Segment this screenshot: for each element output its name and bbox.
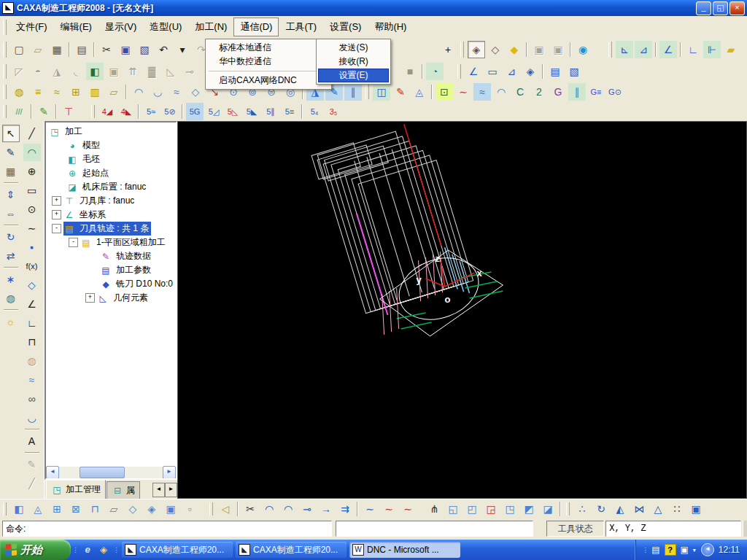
sheet-fold-3-icon[interactable]: ◲ xyxy=(482,500,500,518)
tree-row[interactable]: +∠坐标系 xyxy=(46,208,176,222)
query-result-icon[interactable]: ▧ xyxy=(565,63,583,80)
machine-sim-icon[interactable]: 2 xyxy=(530,83,548,101)
layer-settings-icon[interactable]: ▦ xyxy=(2,163,20,180)
explorer-quicklaunch-icon[interactable]: ◈ xyxy=(97,543,110,556)
surface-rough-3-icon[interactable]: ≈ xyxy=(168,83,185,101)
sketch-edit-icon[interactable]: ✎ xyxy=(2,144,20,161)
fan-surface-icon[interactable]: ◠ xyxy=(492,83,510,101)
gcode-list-icon[interactable]: G≡ xyxy=(587,83,605,101)
tree-row[interactable]: ◳加工 xyxy=(46,125,176,139)
mill-layers-icon[interactable]: ≡ xyxy=(29,83,47,101)
coord-lines-icon[interactable]: ⊩ xyxy=(703,41,721,58)
measure-entity-icon[interactable]: ◈ xyxy=(522,63,539,80)
five-axis-5-icon[interactable]: 5◣ xyxy=(243,103,260,120)
menu-item-huazhong-nc-comm[interactable]: 华中数控通信▶ xyxy=(207,55,330,69)
curve-fit-3-icon[interactable]: ∼ xyxy=(399,500,417,518)
mirror-copy-icon[interactable]: ⇄ xyxy=(2,247,20,265)
tree-row[interactable]: +◺几何元素 xyxy=(46,291,176,305)
menu-edit[interactable]: 编辑(E) xyxy=(54,18,98,36)
line-tool-icon[interactable]: ╱ xyxy=(23,125,41,142)
sheet-fold-5-icon[interactable]: ◩ xyxy=(520,500,538,518)
g01-check-icon[interactable]: G xyxy=(549,83,567,101)
five-axis-6-icon[interactable]: 5∥ xyxy=(262,103,279,120)
menu-help[interactable]: 帮助(H) xyxy=(368,18,413,36)
trim-3-icon[interactable]: ∥ xyxy=(344,83,362,101)
axis-tool-icon[interactable]: ∠ xyxy=(23,295,41,313)
three-to-five-icon[interactable]: 3₅ xyxy=(325,103,342,120)
stretch-v-icon[interactable]: ⇕ xyxy=(2,186,20,203)
mirror-entity-icon[interactable]: ⋈ xyxy=(630,500,648,518)
surface-rough-4-icon[interactable]: ◇ xyxy=(187,83,204,101)
arc-tool-icon[interactable]: ◠ xyxy=(23,144,41,161)
array-grid-icon[interactable]: ∷ xyxy=(668,500,686,518)
close-button[interactable]: × xyxy=(729,1,745,15)
sheet-fold-1-icon[interactable]: ◱ xyxy=(444,500,462,518)
coord-plane-icon[interactable]: ▰ xyxy=(722,41,740,58)
text-tool-icon[interactable]: A xyxy=(23,432,41,450)
coord-view-icon[interactable]: ∠ xyxy=(659,41,677,58)
scroll-thumb[interactable] xyxy=(80,467,125,478)
command-input[interactable]: 命令: xyxy=(2,521,332,537)
chain-3-icon[interactable]: ⇉ xyxy=(336,500,354,518)
formula-curve-icon[interactable]: f(x) xyxy=(23,257,41,275)
tray-expand-icon[interactable]: ▾ xyxy=(693,547,696,553)
restore-button[interactable]: ◱ xyxy=(713,1,728,15)
menu-item-comm-settings[interactable]: 设置(E) xyxy=(318,69,389,82)
rotate-entity-icon[interactable]: ◔ xyxy=(426,63,444,80)
menu-settings[interactable]: 设置(S) xyxy=(323,18,368,36)
surface-frame-icon[interactable]: ⊓ xyxy=(86,500,104,518)
projection-tool-icon[interactable]: ⊓ xyxy=(23,333,41,351)
menu-comm[interactable]: 通信(D) xyxy=(233,18,279,36)
measure-angle-icon[interactable]: ⊿ xyxy=(503,63,520,80)
surface-face-icon[interactable]: ◇ xyxy=(124,500,142,518)
zoom-telescope-icon[interactable]: ◉ xyxy=(574,41,592,58)
tree-row[interactable]: +⊤刀具库 : fanuc xyxy=(46,194,176,208)
tree-row[interactable]: ⊕起始点 xyxy=(46,166,176,180)
task-dnc-word[interactable]: WDNC - Microsoft ... xyxy=(349,542,460,558)
cut-icon[interactable]: ✂ xyxy=(98,41,115,58)
tool-display-icon[interactable]: ⊤ xyxy=(60,103,77,120)
bell-entity-icon[interactable]: △ xyxy=(649,500,667,518)
five-axis-g-icon[interactable]: 5G xyxy=(186,103,204,120)
surface-rotate-icon[interactable]: ◬ xyxy=(29,500,47,518)
fillet-1-icon[interactable]: ◠ xyxy=(260,500,278,518)
tripod-trim-icon[interactable]: ⋔ xyxy=(425,500,443,518)
mill-steps-icon[interactable]: ▥ xyxy=(86,83,104,101)
gcode-gen-icon[interactable]: G⊙ xyxy=(606,83,624,101)
sheet-fold-4-icon[interactable]: ◳ xyxy=(501,500,519,518)
measure-distance-icon[interactable]: ▭ xyxy=(484,63,501,80)
chain-1-icon[interactable]: ⊸ xyxy=(298,500,316,518)
mill-blue-icon[interactable]: ◬ xyxy=(411,83,428,101)
menu-machining[interactable]: 加工(N) xyxy=(188,18,233,36)
coord-axis-icon[interactable]: ∟ xyxy=(684,41,702,58)
surface-plane-2-icon[interactable]: ⊠ xyxy=(67,500,85,518)
print-icon[interactable]: ▤ xyxy=(73,41,90,58)
expand-icon[interactable]: + xyxy=(52,210,61,219)
menu-item-receive[interactable]: 接收(R) xyxy=(318,55,389,69)
render-settings-icon[interactable]: ◍ xyxy=(2,289,20,307)
curve-fit-2-icon[interactable]: ∼ xyxy=(380,500,398,518)
curve-red-icon[interactable]: ∼ xyxy=(454,83,472,101)
scroll-right-icon[interactable]: ► xyxy=(163,466,176,479)
start-button[interactable]: 开始 xyxy=(0,540,71,560)
light-toggle-icon[interactable]: ☼ xyxy=(2,313,20,330)
surface-plane-1-icon[interactable]: ⊞ xyxy=(48,500,66,518)
surface-mesh-icon[interactable]: ≈ xyxy=(23,371,41,389)
window-stack-tray-icon[interactable]: ▣ xyxy=(681,545,689,555)
scroll-left-icon[interactable]: ◄ xyxy=(46,466,59,479)
sheet-fold-6-icon[interactable]: ◪ xyxy=(539,500,557,518)
open-file-icon[interactable]: ▱ xyxy=(29,41,47,58)
surface-rough-1-icon[interactable]: ◠ xyxy=(130,83,147,101)
trace-pen-icon[interactable]: ✎ xyxy=(392,83,409,101)
surface-para-icon[interactable]: ▱ xyxy=(105,500,123,518)
array-copy-icon[interactable]: ▣ xyxy=(687,500,705,518)
sheet-fold-2-icon[interactable]: ◰ xyxy=(463,500,481,518)
pocket-grid-icon[interactable]: ⊡ xyxy=(436,83,453,101)
four-axis-2-icon[interactable]: 4◣ xyxy=(117,103,135,120)
select-cursor-icon[interactable]: ↖ xyxy=(2,125,20,142)
ie-quicklaunch-icon[interactable]: e xyxy=(81,543,94,556)
five-axis-3-icon[interactable]: 5◿ xyxy=(205,103,222,120)
curve-fit-1-icon[interactable]: ∼ xyxy=(361,500,379,518)
menu-item-send[interactable]: 发送(S) xyxy=(318,41,389,55)
copy-icon[interactable]: ▣ xyxy=(117,41,134,58)
